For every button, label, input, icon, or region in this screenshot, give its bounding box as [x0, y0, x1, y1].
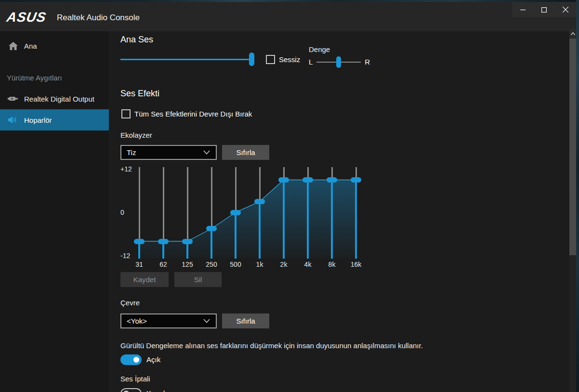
- eq-band-thumb-500[interactable]: [230, 210, 241, 215]
- sidebar-item-realtek-digital-output[interactable]: Realtek Digital Output: [0, 88, 109, 109]
- voice-cancellation-toggle[interactable]: [120, 388, 142, 392]
- chevron-up-icon: [571, 32, 575, 35]
- mute-label: Sessiz: [279, 55, 300, 64]
- loudness-description: Gürültü Dengeleme alınan ses farklarını …: [120, 341, 423, 350]
- equalizer-preset-value: Tiz: [127, 148, 203, 157]
- speaker-icon: [8, 116, 18, 124]
- eq-band-thumb-31[interactable]: [134, 239, 145, 244]
- sound-effects-title: Ses Efekti: [120, 89, 159, 99]
- eq-band-thumb-16k[interactable]: [351, 177, 361, 183]
- balance-thumb[interactable]: [336, 56, 341, 68]
- loudness-toggle[interactable]: [120, 354, 142, 365]
- scrollbar[interactable]: [569, 29, 576, 392]
- equalizer-save-button[interactable]: Kaydet: [120, 272, 169, 287]
- balance-control: Denge L R: [309, 45, 370, 66]
- minimize-icon: [520, 7, 526, 13]
- app-window: ASUS Realtek Audio Console Ana Yürütme A…: [0, 0, 579, 392]
- desktop-edge-right: [576, 0, 579, 392]
- equalizer-reset-button[interactable]: Sıfırla: [222, 145, 269, 160]
- scrollbar-thumb[interactable]: [569, 39, 576, 255]
- master-volume-track[interactable]: [120, 59, 254, 60]
- sidebar-item-home[interactable]: Ana: [0, 35, 109, 56]
- balance-slider[interactable]: [316, 62, 361, 63]
- app-header: ASUS Realtek Audio Console: [0, 2, 576, 31]
- maximize-icon: [541, 7, 547, 13]
- environment-value: <Yok>: [127, 317, 203, 325]
- eq-band-thumb-4k[interactable]: [303, 177, 313, 183]
- equalizer-label: Ekolayzer: [120, 131, 152, 139]
- chevron-down-icon: [203, 319, 210, 323]
- sidebar-item-label: Ana: [24, 42, 37, 50]
- close-icon: [563, 7, 568, 13]
- chevron-down-icon: [203, 150, 210, 155]
- mute-checkbox[interactable]: [266, 55, 275, 64]
- disable-all-effects-checkbox[interactable]: [121, 109, 131, 118]
- close-button[interactable]: [555, 2, 576, 17]
- eq-band-thumb-8k[interactable]: [327, 177, 337, 183]
- balance-left-label: L: [309, 58, 313, 66]
- minimize-button[interactable]: [512, 2, 533, 17]
- balance-title: Denge: [309, 45, 370, 53]
- eq-band-thumb-250[interactable]: [206, 226, 217, 231]
- sidebar-item-hoparlor[interactable]: Hoparlör: [0, 109, 109, 131]
- sidebar-item-label: Hoparlör: [24, 116, 52, 124]
- master-volume-thumb[interactable]: [249, 52, 254, 66]
- equalizer-chart: +120-1231621252505001k2k4k8k16k: [120, 164, 371, 269]
- desktop-edge-top: [0, 0, 579, 2]
- main-content: Ana Ses Sessiz Denge L R Ses Efekti Tüm …: [109, 31, 569, 392]
- sidebar-section-playback-devices: Yürütme Aygıtları: [7, 71, 109, 85]
- maximize-button[interactable]: [533, 2, 554, 17]
- digital-output-icon: [8, 96, 18, 102]
- eq-band-thumb-62[interactable]: [158, 239, 169, 244]
- eq-band-thumb-1k[interactable]: [254, 199, 265, 204]
- asus-logo: ASUS: [5, 10, 47, 25]
- window-controls: [512, 2, 576, 17]
- voice-cancellation-state-label: Kapalı: [146, 389, 167, 392]
- master-volume-slider[interactable]: [120, 52, 254, 66]
- eq-band-thumb-2k[interactable]: [278, 177, 289, 183]
- voice-cancellation-label: Ses İptali: [120, 375, 150, 383]
- app-title: Realtek Audio Console: [57, 13, 140, 23]
- eq-band-thumb-125[interactable]: [182, 239, 193, 244]
- environment-dropdown[interactable]: <Yok>: [120, 314, 217, 328]
- environment-label: Çevre: [120, 299, 140, 307]
- disable-all-effects-label: Tüm Ses Efektlerini Devre Dışı Bırak: [134, 110, 252, 118]
- sidebar-item-label: Realtek Digital Output: [24, 95, 94, 103]
- home-icon: [8, 42, 18, 50]
- scrollbar-up-button[interactable]: [569, 29, 576, 38]
- toggle-knob: [133, 357, 139, 363]
- balance-right-label: R: [365, 58, 370, 66]
- equalizer-preset-dropdown[interactable]: Tiz: [120, 145, 217, 160]
- environment-reset-button[interactable]: Sıfırla: [222, 314, 269, 328]
- equalizer-delete-button[interactable]: Sil: [174, 272, 222, 287]
- loudness-state-label: Açık: [146, 355, 160, 364]
- master-volume-title: Ana Ses: [120, 35, 153, 45]
- sidebar: Ana Yürütme Aygıtları Realtek Digital Ou…: [0, 31, 109, 392]
